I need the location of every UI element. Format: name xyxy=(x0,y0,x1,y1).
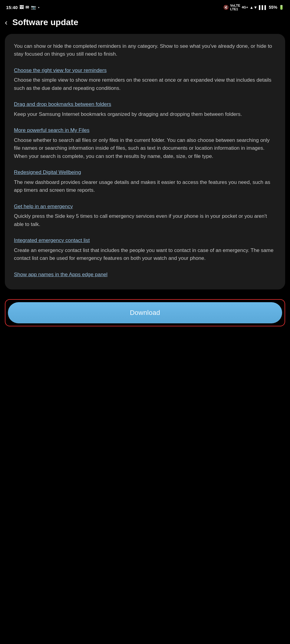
section-search: More powerful search in My Files Choose … xyxy=(14,127,276,160)
section-bookmarks-body: Keep your Samsung Internet bookmarks org… xyxy=(14,110,276,118)
status-left: 15:40 🖼 ✉ 📷 ● xyxy=(6,5,39,10)
section-digital-wellbeing-body: The new dashboard provides clearer usage… xyxy=(14,178,276,195)
network-icon: 4G+ xyxy=(242,5,248,9)
section-emergency-help: Get help in an emergency Quickly press t… xyxy=(14,203,276,228)
download-button[interactable]: Download xyxy=(8,302,282,323)
section-search-title: More powerful search in My Files xyxy=(14,127,276,134)
section-emergency-help-title: Get help in an emergency xyxy=(14,203,276,210)
section-bookmarks: Drag and drop bookmarks between folders … xyxy=(14,101,276,118)
page-title: Software update xyxy=(12,18,78,27)
section-reminders-view-title: Choose the right view for your reminders xyxy=(14,67,276,74)
section-apps-edge-title: Show app names in the Apps edge panel xyxy=(14,271,276,278)
section-digital-wellbeing-title: Redesigned Digital Wellbeing xyxy=(14,169,276,176)
volte-indicator: VoLTELTE1 xyxy=(230,4,240,11)
section-reminders-view: Choose the right view for your reminders… xyxy=(14,67,276,92)
status-bar: 15:40 🖼 ✉ 📷 ● 🔇 VoLTELTE1 4G+ ▲▼ ▌▌▌ 55%… xyxy=(0,0,290,13)
section-emergency-contacts-title: Integrated emergency contact list xyxy=(14,237,276,244)
section-digital-wellbeing: Redesigned Digital Wellbeing The new das… xyxy=(14,169,276,194)
instagram-icon: 📷 xyxy=(31,5,36,10)
battery-percentage: 55% xyxy=(269,5,277,10)
status-right: 🔇 VoLTELTE1 4G+ ▲▼ ▌▌▌ 55% 🔋 xyxy=(223,4,284,11)
section-emergency-help-body: Quickly press the Side key 5 times to ca… xyxy=(14,212,276,228)
time-display: 15:40 xyxy=(6,5,18,10)
section-emergency-contacts-body: Create an emergency contact list that in… xyxy=(14,247,276,263)
section-bookmarks-title: Drag and drop bookmarks between folders xyxy=(14,101,276,108)
content-card: You can show or hide the completed remin… xyxy=(5,34,285,289)
signal-bars-icon: ▌▌▌ xyxy=(259,5,267,10)
download-area: Download xyxy=(0,294,290,334)
signal-icon: ▲▼ xyxy=(250,5,258,10)
dot-icon: ● xyxy=(38,6,39,9)
section-reminders-view-body: Choose the simple view to show more remi… xyxy=(14,76,276,92)
download-button-container: Download xyxy=(5,299,285,326)
battery-icon: 🔋 xyxy=(279,5,284,10)
mute-icon: 🔇 xyxy=(223,5,229,10)
back-button[interactable]: ‹ xyxy=(5,18,8,27)
section-emergency-contacts: Integrated emergency contact list Create… xyxy=(14,237,276,262)
mail-icon: ✉ xyxy=(25,5,29,10)
section-search-body: Choose whether to search all files or on… xyxy=(14,136,276,160)
section-apps-edge: Show app names in the Apps edge panel xyxy=(14,271,276,278)
photo-icon: 🖼 xyxy=(19,5,24,10)
header: ‹ Software update xyxy=(0,13,290,31)
intro-text: You can show or hide the completed remin… xyxy=(14,42,276,58)
